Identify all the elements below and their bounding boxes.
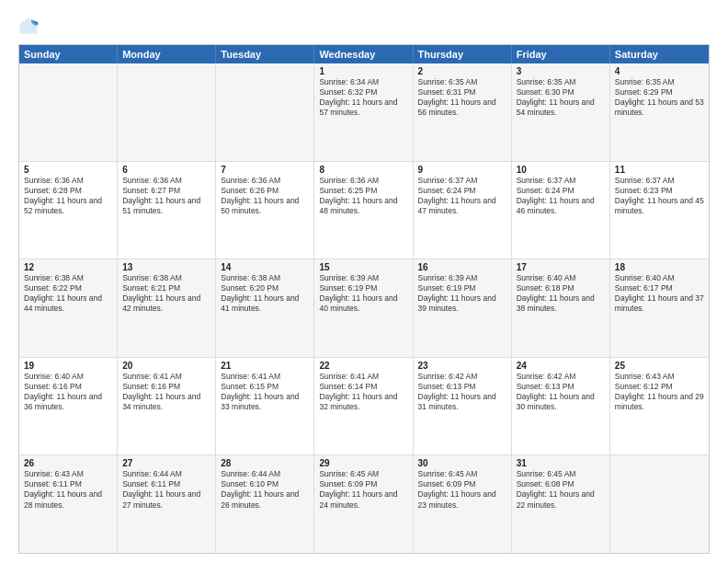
calendar-cell: 10Sunrise: 6:37 AM Sunset: 6:24 PM Dayli… [512,162,610,259]
calendar-row: 26Sunrise: 6:43 AM Sunset: 6:11 PM Dayli… [19,455,709,553]
day-number: 30 [418,458,506,468]
calendar-cell: 25Sunrise: 6:43 AM Sunset: 6:12 PM Dayli… [610,358,709,455]
calendar-cell: 16Sunrise: 6:39 AM Sunset: 6:19 PM Dayli… [414,259,512,357]
calendar-header-cell: Thursday [414,45,512,63]
calendar-cell: 8Sunrise: 6:36 AM Sunset: 6:25 PM Daylig… [314,162,413,259]
day-number: 10 [517,165,605,175]
logo [18,17,42,37]
cell-info-text: Sunrise: 6:35 AM Sunset: 6:31 PM Dayligh… [418,77,506,118]
day-number: 24 [517,361,605,371]
cell-info-text: Sunrise: 6:42 AM Sunset: 6:13 PM Dayligh… [517,372,605,412]
calendar-cell: 17Sunrise: 6:40 AM Sunset: 6:18 PM Dayli… [512,259,610,357]
calendar-cell: 30Sunrise: 6:45 AM Sunset: 6:09 PM Dayli… [414,455,512,553]
page: SundayMondayTuesdayWednesdayThursdayFrid… [0,0,728,563]
day-number: 11 [615,165,704,175]
cell-info-text: Sunrise: 6:40 AM Sunset: 6:17 PM Dayligh… [615,273,704,314]
calendar-row: 1Sunrise: 6:34 AM Sunset: 6:32 PM Daylig… [19,63,709,162]
calendar-row: 12Sunrise: 6:38 AM Sunset: 6:22 PM Dayli… [19,259,709,358]
calendar: SundayMondayTuesdayWednesdayThursdayFrid… [18,44,710,554]
cell-info-text: Sunrise: 6:41 AM Sunset: 6:15 PM Dayligh… [221,372,309,412]
calendar-cell: 11Sunrise: 6:37 AM Sunset: 6:23 PM Dayli… [610,162,709,259]
cell-info-text: Sunrise: 6:37 AM Sunset: 6:24 PM Dayligh… [418,176,506,216]
cell-info-text: Sunrise: 6:37 AM Sunset: 6:23 PM Dayligh… [615,176,704,216]
calendar-cell [19,63,118,161]
day-number: 23 [418,361,506,371]
day-number: 13 [122,262,210,272]
cell-info-text: Sunrise: 6:39 AM Sunset: 6:19 PM Dayligh… [319,273,407,314]
calendar-cell: 9Sunrise: 6:37 AM Sunset: 6:24 PM Daylig… [414,162,512,259]
calendar-cell: 7Sunrise: 6:36 AM Sunset: 6:26 PM Daylig… [216,162,314,259]
cell-info-text: Sunrise: 6:40 AM Sunset: 6:16 PM Dayligh… [24,372,112,412]
calendar-cell: 23Sunrise: 6:42 AM Sunset: 6:13 PM Dayli… [414,358,512,455]
calendar-header-cell: Monday [118,45,216,63]
calendar-row: 5Sunrise: 6:36 AM Sunset: 6:28 PM Daylig… [19,162,709,260]
day-number: 3 [517,66,605,76]
cell-info-text: Sunrise: 6:36 AM Sunset: 6:25 PM Dayligh… [319,176,407,216]
cell-info-text: Sunrise: 6:38 AM Sunset: 6:21 PM Dayligh… [122,273,210,314]
calendar-header-cell: Saturday [610,45,709,63]
cell-info-text: Sunrise: 6:45 AM Sunset: 6:09 PM Dayligh… [418,469,506,510]
cell-info-text: Sunrise: 6:38 AM Sunset: 6:20 PM Dayligh… [221,273,309,314]
calendar-header-cell: Sunday [19,45,118,63]
calendar-header-cell: Friday [512,45,610,63]
day-number: 8 [319,165,407,175]
day-number: 29 [319,458,407,468]
calendar-cell: 18Sunrise: 6:40 AM Sunset: 6:17 PM Dayli… [610,259,709,357]
calendar-cell: 22Sunrise: 6:41 AM Sunset: 6:14 PM Dayli… [314,358,413,455]
cell-info-text: Sunrise: 6:43 AM Sunset: 6:12 PM Dayligh… [615,372,704,412]
calendar-row: 19Sunrise: 6:40 AM Sunset: 6:16 PM Dayli… [19,358,709,456]
calendar-cell: 21Sunrise: 6:41 AM Sunset: 6:15 PM Dayli… [216,358,314,455]
calendar-cell: 27Sunrise: 6:44 AM Sunset: 6:11 PM Dayli… [118,455,216,553]
day-number: 5 [24,165,112,175]
cell-info-text: Sunrise: 6:39 AM Sunset: 6:19 PM Dayligh… [418,273,506,314]
calendar-cell: 4Sunrise: 6:35 AM Sunset: 6:29 PM Daylig… [610,63,709,161]
calendar-cell: 1Sunrise: 6:34 AM Sunset: 6:32 PM Daylig… [314,63,413,161]
calendar-cell: 28Sunrise: 6:44 AM Sunset: 6:10 PM Dayli… [216,455,314,553]
cell-info-text: Sunrise: 6:35 AM Sunset: 6:29 PM Dayligh… [615,77,704,118]
calendar-cell: 29Sunrise: 6:45 AM Sunset: 6:09 PM Dayli… [314,455,413,553]
cell-info-text: Sunrise: 6:35 AM Sunset: 6:30 PM Dayligh… [517,77,605,118]
cell-info-text: Sunrise: 6:42 AM Sunset: 6:13 PM Dayligh… [418,372,506,412]
calendar-cell [610,455,709,553]
cell-info-text: Sunrise: 6:43 AM Sunset: 6:11 PM Dayligh… [24,469,112,510]
day-number: 19 [24,361,112,371]
logo-icon [18,17,39,37]
day-number: 18 [615,262,704,272]
cell-info-text: Sunrise: 6:40 AM Sunset: 6:18 PM Dayligh… [517,273,605,314]
svg-marker-0 [20,18,38,34]
cell-info-text: Sunrise: 6:41 AM Sunset: 6:16 PM Dayligh… [122,372,210,412]
day-number: 16 [418,262,506,272]
day-number: 1 [319,66,407,76]
cell-info-text: Sunrise: 6:34 AM Sunset: 6:32 PM Dayligh… [319,77,407,118]
calendar-cell: 15Sunrise: 6:39 AM Sunset: 6:19 PM Dayli… [314,259,413,357]
cell-info-text: Sunrise: 6:41 AM Sunset: 6:14 PM Dayligh… [319,372,407,412]
day-number: 25 [615,361,704,371]
header [18,17,710,37]
cell-info-text: Sunrise: 6:44 AM Sunset: 6:11 PM Dayligh… [122,469,210,510]
day-number: 20 [122,361,210,371]
day-number: 15 [319,262,407,272]
day-number: 14 [221,262,309,272]
cell-info-text: Sunrise: 6:36 AM Sunset: 6:26 PM Dayligh… [221,176,309,216]
calendar-cell: 26Sunrise: 6:43 AM Sunset: 6:11 PM Dayli… [19,455,118,553]
calendar-cell: 14Sunrise: 6:38 AM Sunset: 6:20 PM Dayli… [216,259,314,357]
cell-info-text: Sunrise: 6:37 AM Sunset: 6:24 PM Dayligh… [517,176,605,216]
calendar-header-cell: Wednesday [314,45,413,63]
day-number: 28 [221,458,309,468]
calendar-cell [118,63,216,161]
day-number: 4 [615,66,704,76]
day-number: 17 [517,262,605,272]
day-number: 7 [221,165,309,175]
calendar-cell: 6Sunrise: 6:36 AM Sunset: 6:27 PM Daylig… [118,162,216,259]
calendar-header-row: SundayMondayTuesdayWednesdayThursdayFrid… [19,45,709,63]
cell-info-text: Sunrise: 6:45 AM Sunset: 6:09 PM Dayligh… [319,469,407,510]
day-number: 2 [418,66,506,76]
cell-info-text: Sunrise: 6:38 AM Sunset: 6:22 PM Dayligh… [24,273,112,314]
calendar-body: 1Sunrise: 6:34 AM Sunset: 6:32 PM Daylig… [19,63,709,553]
day-number: 31 [517,458,605,468]
calendar-cell: 19Sunrise: 6:40 AM Sunset: 6:16 PM Dayli… [19,358,118,455]
cell-info-text: Sunrise: 6:36 AM Sunset: 6:27 PM Dayligh… [122,176,210,216]
day-number: 22 [319,361,407,371]
cell-info-text: Sunrise: 6:36 AM Sunset: 6:28 PM Dayligh… [24,176,112,216]
day-number: 26 [24,458,112,468]
